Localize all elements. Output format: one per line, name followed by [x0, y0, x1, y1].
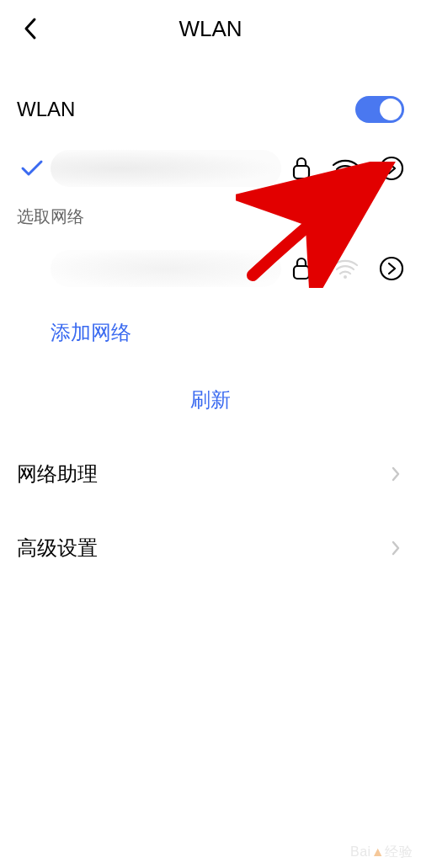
detail-chevron-icon[interactable] [379, 256, 404, 281]
chevron-right-icon [391, 540, 401, 556]
svg-point-5 [381, 258, 402, 280]
lock-icon [291, 256, 312, 281]
svg-rect-3 [294, 266, 309, 279]
connected-ssid-hidden [51, 150, 281, 187]
network-assistant-row[interactable]: 网络助理 [0, 437, 421, 511]
wifi-weak-icon [332, 258, 359, 279]
wlan-label: WLAN [17, 98, 355, 121]
lock-icon [291, 156, 312, 181]
svg-point-4 [344, 275, 347, 279]
add-network-row[interactable]: 添加网络 [0, 302, 421, 363]
toggle-knob [380, 99, 402, 120]
advanced-settings-row[interactable]: 高级设置 [0, 511, 421, 585]
back-button[interactable] [13, 12, 47, 45]
refresh-label: 刷新 [190, 388, 231, 411]
connected-network-row[interactable] [0, 135, 421, 202]
page-title: WLAN [179, 16, 242, 42]
add-network-label: 添加网络 [51, 319, 131, 346]
available-network-row[interactable] [0, 235, 421, 302]
wifi-icon [332, 158, 359, 178]
refresh-button[interactable]: 刷新 [0, 363, 421, 437]
chevron-left-icon [23, 17, 38, 40]
svg-rect-0 [294, 166, 309, 178]
available-ssid-hidden [51, 250, 281, 287]
network-assistant-label: 网络助理 [17, 461, 98, 487]
watermark: Bai▲经验 [350, 844, 413, 861]
svg-point-1 [344, 175, 347, 178]
choose-network-label: 选取网络 [0, 202, 421, 235]
detail-chevron-icon[interactable] [379, 156, 404, 181]
wlan-toggle-row: WLAN [0, 84, 421, 135]
wlan-toggle[interactable] [355, 96, 404, 123]
chevron-right-icon [391, 466, 401, 482]
advanced-settings-label: 高级设置 [17, 535, 98, 562]
checkmark-icon [20, 159, 44, 178]
svg-point-2 [381, 157, 402, 179]
